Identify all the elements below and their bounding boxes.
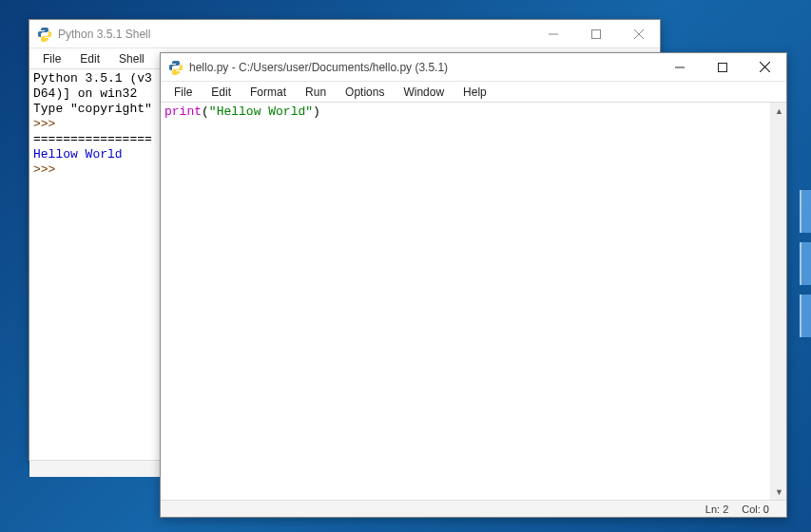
scroll-down-icon[interactable]: ▼ xyxy=(771,484,787,500)
python-icon xyxy=(168,60,183,75)
minimize-button[interactable] xyxy=(531,20,574,48)
menu-shell[interactable]: Shell xyxy=(109,50,154,67)
editor-titlebar[interactable]: hello.py - C:/Users/user/Documents/hello… xyxy=(161,53,786,82)
maximize-button[interactable] xyxy=(574,20,617,48)
vertical-scrollbar[interactable]: ▲ ▼ xyxy=(770,103,786,500)
code-paren: ( xyxy=(202,104,209,119)
editor-menubar: File Edit Format Run Options Window Help xyxy=(161,82,786,103)
menu-run[interactable]: Run xyxy=(296,84,336,101)
shell-title-text: Python 3.5.1 Shell xyxy=(58,28,531,41)
menu-window[interactable]: Window xyxy=(394,84,454,101)
status-line: Ln: 2 xyxy=(705,504,728,515)
svg-rect-1 xyxy=(591,29,600,38)
svg-line-6 xyxy=(760,62,770,72)
status-col: Col: 0 xyxy=(742,504,769,515)
menu-format[interactable]: Format xyxy=(241,84,296,101)
close-button[interactable] xyxy=(743,53,786,81)
svg-line-3 xyxy=(634,29,644,39)
editor-text-area[interactable]: print("Hellow World") xyxy=(161,103,770,500)
editor-title-text: hello.py - C:/Users/user/Documents/hello… xyxy=(189,61,658,74)
svg-rect-5 xyxy=(718,63,726,71)
svg-line-2 xyxy=(634,29,644,39)
menu-edit[interactable]: Edit xyxy=(70,50,109,67)
shell-titlebar[interactable]: Python 3.5.1 Shell xyxy=(29,20,660,48)
editor-window[interactable]: hello.py - C:/Users/user/Documents/hello… xyxy=(160,52,787,518)
minimize-button[interactable] xyxy=(658,53,701,81)
code-string: "Hellow World" xyxy=(209,104,313,119)
code-paren: ) xyxy=(313,104,320,119)
desktop-right-edge xyxy=(800,190,811,361)
maximize-button[interactable] xyxy=(701,53,743,81)
menu-help[interactable]: Help xyxy=(454,84,496,101)
menu-edit[interactable]: Edit xyxy=(202,84,241,101)
menu-file[interactable]: File xyxy=(33,50,70,67)
code-keyword: print xyxy=(164,104,202,119)
shell-window-controls xyxy=(531,20,660,48)
menu-file[interactable]: File xyxy=(164,84,202,101)
editor-statusbar: Ln: 2 Col: 0 xyxy=(161,500,786,517)
close-button[interactable] xyxy=(617,20,660,48)
python-icon xyxy=(37,27,52,42)
editor-window-controls xyxy=(658,53,786,81)
scroll-up-icon[interactable]: ▲ xyxy=(771,103,787,119)
menu-options[interactable]: Options xyxy=(336,84,394,101)
svg-line-7 xyxy=(760,62,770,72)
